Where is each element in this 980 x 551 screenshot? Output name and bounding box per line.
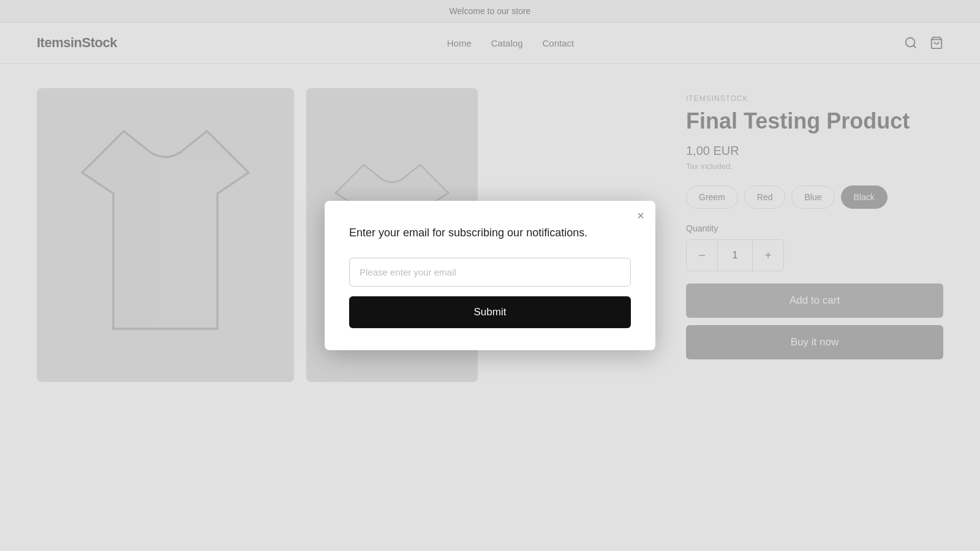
submit-button[interactable]: Submit (349, 296, 631, 328)
modal-title: Enter your email for subscribing our not… (349, 225, 631, 241)
email-modal: × Enter your email for subscribing our n… (325, 201, 655, 350)
email-input[interactable] (349, 258, 631, 287)
modal-close-button[interactable]: × (637, 209, 644, 222)
modal-overlay: × Enter your email for subscribing our n… (0, 0, 980, 407)
